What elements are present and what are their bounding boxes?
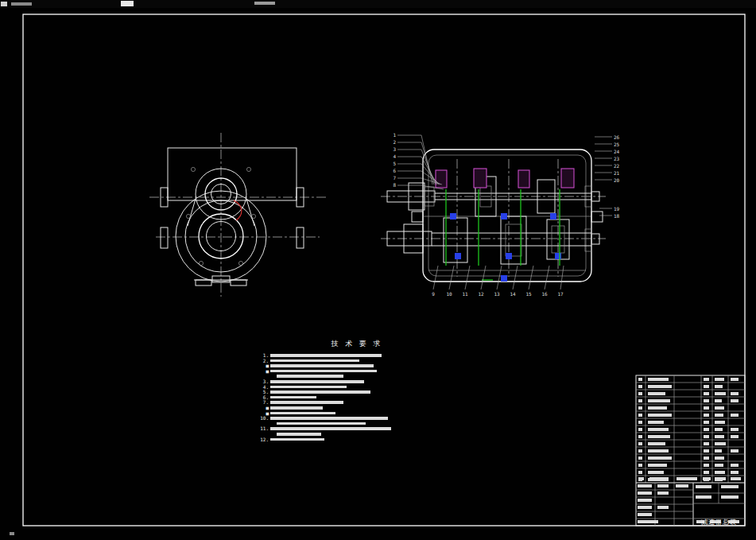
title-block-cell-bar: [696, 495, 711, 499]
menu-item-fragment[interactable]: [254, 2, 275, 5]
parts-row-seq-bar: [638, 442, 642, 445]
tech-item-text-bar: [270, 406, 323, 410]
tech-item-text-bar: [270, 380, 364, 383]
parts-header-bar: [649, 477, 669, 480]
parts-row-qty-bar: [704, 449, 709, 453]
parts-row-qty-bar: [704, 442, 709, 445]
balloon-number: 23: [614, 156, 625, 161]
parts-row-material-bar: [715, 414, 723, 417]
title-block-cell-bar: [696, 485, 711, 488]
parts-row-name-bar: [648, 414, 672, 417]
tech-item-text-bar: [270, 364, 374, 367]
tech-item-text-bar: [277, 433, 321, 436]
drawing-linework: [0, 8, 756, 540]
balloon-number: 2: [385, 139, 396, 145]
parts-row-seq-bar: [638, 385, 642, 388]
cad-window: 技 术 要 求 1.2.■■3.4.5.6.7.■■10.11.12. 1234…: [0, 0, 756, 540]
parts-row-note-bar: [731, 399, 739, 402]
balloon-number: 14: [507, 291, 518, 297]
title-block-cell-bar: [676, 484, 688, 488]
balloon-number: 13: [491, 291, 502, 297]
title-block-cell-bar: [657, 484, 669, 488]
parts-row-qty-bar: [704, 456, 709, 460]
tech-item-text-bar: [270, 417, 388, 420]
parts-row-qty-bar: [704, 464, 709, 467]
sheet-frame: [23, 14, 745, 526]
tech-item-text-bar: [270, 396, 316, 399]
parts-row-seq-bar: [638, 464, 642, 467]
parts-row-seq-bar: [638, 421, 642, 424]
drawing-canvas[interactable]: 技 术 要 求 1.2.■■3.4.5.6.7.■■10.11.12. 1234…: [0, 8, 756, 540]
parts-row-qty-bar: [704, 421, 709, 424]
balloon-number: 6: [385, 168, 396, 173]
tech-item-text-bar: [270, 401, 343, 404]
parts-row-material-bar: [715, 385, 723, 388]
tech-item-text-bar: [277, 375, 343, 378]
parts-row-name-bar: [648, 378, 669, 381]
balloon-number: 19: [614, 206, 625, 212]
tech-item-text-bar: [270, 359, 359, 363]
tech-item-text-bar: [270, 370, 377, 373]
parts-row-note-bar: [731, 378, 739, 381]
title-block-cell-bar: [638, 499, 652, 502]
parts-row-name-bar: [648, 435, 670, 438]
parts-row-seq-bar: [638, 471, 642, 474]
parts-row-name-bar: [648, 428, 669, 431]
magenta-highlights: [436, 169, 574, 188]
menu-item-fragment[interactable]: [121, 1, 134, 6]
menu-item-fragment[interactable]: [1, 2, 7, 6]
parts-row-material-bar: [715, 421, 725, 424]
parts-row-seq-bar: [638, 392, 642, 395]
green-mesh-lines: [446, 189, 560, 280]
title-block-cell-bar: [657, 491, 669, 495]
balloon-number: 24: [614, 149, 625, 154]
parts-row-qty-bar: [704, 471, 709, 474]
parts-row-material-bar: [715, 378, 724, 381]
parts-row-material-bar: [715, 442, 726, 445]
parts-header-bar: [715, 477, 726, 480]
tech-requirements-title: 技 术 要 求: [321, 339, 393, 349]
title-block-cell-bar: [638, 520, 658, 523]
tech-item-text-bar: [270, 354, 382, 357]
parts-row-material-bar: [715, 428, 723, 431]
parts-row-name-bar: [648, 421, 664, 424]
status-fragment: [10, 532, 14, 535]
tech-item-text-bar: [270, 412, 335, 415]
balloon-number: 3: [385, 146, 396, 152]
title-block-cell-bar: [721, 495, 739, 499]
parts-row-qty-bar: [704, 399, 709, 402]
parts-row-name-bar: [648, 392, 665, 395]
parts-row-note-bar: [731, 435, 739, 438]
parts-row-seq-bar: [638, 378, 642, 381]
parts-row-note-bar: [731, 414, 739, 417]
balloon-number: 16: [539, 291, 550, 297]
title-block-cell-bar: [721, 485, 739, 488]
balloon-number: 11: [459, 291, 471, 297]
parts-row-name-bar: [648, 385, 672, 388]
tech-item-number: ■: [259, 369, 269, 374]
parts-row-material-bar: [715, 464, 723, 467]
section-view: [381, 150, 606, 282]
tech-item-text-bar: [277, 422, 366, 425]
tech-item-text-bar: [270, 438, 324, 441]
parts-row-qty-bar: [704, 385, 709, 388]
tech-item-number: 12.: [259, 437, 269, 442]
balloon-number: 26: [614, 134, 625, 140]
balloon-number: 18: [614, 213, 625, 219]
balloon-number: 20: [614, 177, 625, 183]
balloon-number: 22: [614, 163, 625, 169]
parts-header-bar: [703, 477, 711, 480]
menu-bar[interactable]: [0, 0, 756, 8]
parts-row-name-bar: [648, 456, 672, 460]
parts-row-seq-bar: [638, 406, 642, 410]
menu-item-fragment[interactable]: [11, 2, 32, 6]
drawing-title: 减速器总装: [693, 518, 745, 526]
parts-header-bar: [638, 477, 644, 480]
title-block-cell-bar: [638, 513, 652, 516]
balloon-number: 5: [385, 161, 396, 166]
title-block-cell-bar: [638, 484, 652, 488]
balloon-number: 8: [385, 182, 396, 188]
parts-row-name-bar: [648, 471, 664, 474]
parts-row-qty-bar: [704, 392, 709, 395]
parts-row-seq-bar: [638, 435, 642, 438]
